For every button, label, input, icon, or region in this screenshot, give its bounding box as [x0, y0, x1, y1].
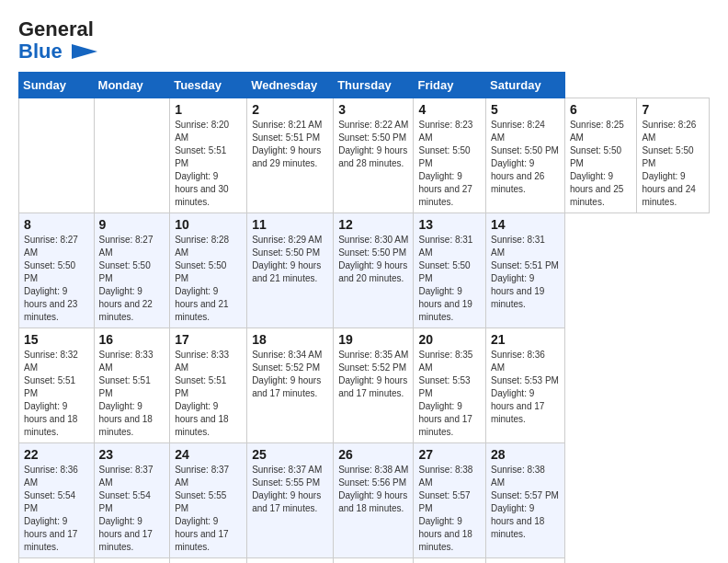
day-info: Sunrise: 8:23 AMSunset: 5:50 PMDaylight:…	[418, 119, 481, 209]
day-info: Sunrise: 8:20 AMSunset: 5:51 PMDaylight:…	[175, 119, 242, 209]
day-number: 26	[338, 447, 408, 462]
day-info: Sunrise: 8:22 AMSunset: 5:50 PMDaylight:…	[338, 119, 408, 170]
calendar-week-row: 15Sunrise: 8:32 AMSunset: 5:51 PMDayligh…	[19, 328, 710, 443]
page-header: General Blue	[18, 18, 710, 63]
day-info: Sunrise: 8:37 AMSunset: 5:55 PMDaylight:…	[175, 464, 242, 554]
day-number: 1	[175, 102, 242, 117]
logo-text: General Blue	[18, 18, 97, 63]
weekday-header: Saturday	[486, 73, 565, 98]
day-number: 15	[24, 332, 89, 347]
day-number: 24	[175, 447, 242, 462]
calendar-cell: 30Sunrise: 8:39 AMSunset: 5:59 PMDayligh…	[94, 558, 170, 563]
day-number: 5	[491, 102, 560, 117]
logo-blue: Blue	[18, 40, 63, 63]
calendar-cell: 26Sunrise: 8:38 AMSunset: 5:56 PMDayligh…	[334, 443, 414, 558]
calendar-cell: 18Sunrise: 8:34 AMSunset: 5:52 PMDayligh…	[247, 328, 334, 443]
calendar-cell: 31Sunrise: 8:39 AMSunset: 6:00 PMDayligh…	[170, 558, 247, 563]
calendar-week-row: 29Sunrise: 8:39 AMSunset: 5:58 PMDayligh…	[19, 558, 710, 563]
day-info: Sunrise: 8:32 AMSunset: 5:51 PMDaylight:…	[24, 349, 89, 439]
day-number: 10	[175, 217, 242, 232]
calendar-cell: 27Sunrise: 8:38 AMSunset: 5:57 PMDayligh…	[414, 443, 486, 558]
calendar-cell: 7Sunrise: 8:26 AMSunset: 5:50 PMDaylight…	[637, 98, 710, 213]
day-info: Sunrise: 8:37 AMSunset: 5:54 PMDaylight:…	[99, 464, 165, 554]
weekday-header: Wednesday	[247, 73, 334, 98]
logo: General Blue	[18, 18, 97, 63]
calendar-cell: 3Sunrise: 8:22 AMSunset: 5:50 PMDaylight…	[334, 98, 414, 213]
day-info: Sunrise: 8:33 AMSunset: 5:51 PMDaylight:…	[99, 349, 165, 439]
calendar-cell: 4Sunrise: 8:23 AMSunset: 5:50 PMDaylight…	[414, 98, 486, 213]
day-number: 14	[491, 217, 560, 232]
calendar-cell	[247, 558, 334, 563]
calendar-cell: 20Sunrise: 8:35 AMSunset: 5:53 PMDayligh…	[414, 328, 486, 443]
day-info: Sunrise: 8:29 AMSunset: 5:50 PMDaylight:…	[252, 234, 328, 285]
calendar-cell: 25Sunrise: 8:37 AMSunset: 5:55 PMDayligh…	[247, 443, 334, 558]
day-number: 28	[491, 447, 560, 462]
day-number: 11	[252, 217, 328, 232]
day-number: 25	[252, 447, 328, 462]
day-info: Sunrise: 8:35 AMSunset: 5:52 PMDaylight:…	[338, 349, 408, 400]
day-info: Sunrise: 8:31 AMSunset: 5:50 PMDaylight:…	[418, 234, 481, 324]
weekday-header: Tuesday	[170, 73, 247, 98]
calendar-cell: 14Sunrise: 8:31 AMSunset: 5:51 PMDayligh…	[486, 213, 565, 328]
calendar-cell: 15Sunrise: 8:32 AMSunset: 5:51 PMDayligh…	[19, 328, 95, 443]
day-info: Sunrise: 8:35 AMSunset: 5:53 PMDaylight:…	[418, 349, 481, 439]
calendar-week-row: 1Sunrise: 8:20 AMSunset: 5:51 PMDaylight…	[19, 98, 710, 213]
calendar-cell: 10Sunrise: 8:28 AMSunset: 5:50 PMDayligh…	[170, 213, 247, 328]
day-number: 23	[99, 447, 165, 462]
day-info: Sunrise: 8:36 AMSunset: 5:53 PMDaylight:…	[491, 349, 560, 426]
calendar-cell	[334, 558, 414, 563]
day-info: Sunrise: 8:38 AMSunset: 5:57 PMDaylight:…	[418, 464, 481, 554]
weekday-header: Sunday	[19, 73, 95, 98]
day-info: Sunrise: 8:25 AMSunset: 5:50 PMDaylight:…	[570, 119, 632, 209]
calendar-cell: 24Sunrise: 8:37 AMSunset: 5:55 PMDayligh…	[170, 443, 247, 558]
day-info: Sunrise: 8:33 AMSunset: 5:51 PMDaylight:…	[175, 349, 242, 439]
day-info: Sunrise: 8:24 AMSunset: 5:50 PMDaylight:…	[491, 119, 560, 196]
calendar-cell: 22Sunrise: 8:36 AMSunset: 5:54 PMDayligh…	[19, 443, 95, 558]
day-number: 21	[491, 332, 560, 347]
logo-flag-icon	[72, 44, 97, 59]
day-number: 17	[175, 332, 242, 347]
calendar-cell: 11Sunrise: 8:29 AMSunset: 5:50 PMDayligh…	[247, 213, 334, 328]
calendar-cell: 9Sunrise: 8:27 AMSunset: 5:50 PMDaylight…	[94, 213, 170, 328]
day-info: Sunrise: 8:36 AMSunset: 5:54 PMDaylight:…	[24, 464, 89, 554]
day-number: 12	[338, 217, 408, 232]
day-number: 18	[252, 332, 328, 347]
day-number: 16	[99, 332, 165, 347]
weekday-header: Friday	[414, 73, 486, 98]
calendar-cell: 2Sunrise: 8:21 AMSunset: 5:51 PMDaylight…	[247, 98, 334, 213]
calendar-cell: 13Sunrise: 8:31 AMSunset: 5:50 PMDayligh…	[414, 213, 486, 328]
day-info: Sunrise: 8:28 AMSunset: 5:50 PMDaylight:…	[175, 234, 242, 324]
day-number: 6	[570, 102, 632, 117]
day-info: Sunrise: 8:27 AMSunset: 5:50 PMDaylight:…	[99, 234, 165, 324]
day-number: 3	[338, 102, 408, 117]
day-number: 19	[338, 332, 408, 347]
day-number: 9	[99, 217, 165, 232]
calendar-cell: 6Sunrise: 8:25 AMSunset: 5:50 PMDaylight…	[564, 98, 637, 213]
day-number: 8	[24, 217, 89, 232]
logo-general: General	[18, 17, 94, 40]
day-info: Sunrise: 8:21 AMSunset: 5:51 PMDaylight:…	[252, 119, 328, 170]
day-number: 13	[418, 217, 481, 232]
day-number: 4	[418, 102, 481, 117]
weekday-header: Thursday	[334, 73, 414, 98]
day-number: 2	[252, 102, 328, 117]
calendar-cell: 23Sunrise: 8:37 AMSunset: 5:54 PMDayligh…	[94, 443, 170, 558]
calendar-cell: 17Sunrise: 8:33 AMSunset: 5:51 PMDayligh…	[170, 328, 247, 443]
day-info: Sunrise: 8:27 AMSunset: 5:50 PMDaylight:…	[24, 234, 89, 324]
calendar-cell	[19, 98, 95, 213]
day-info: Sunrise: 8:37 AMSunset: 5:55 PMDaylight:…	[252, 464, 328, 515]
day-number: 7	[642, 102, 704, 117]
day-info: Sunrise: 8:38 AMSunset: 5:56 PMDaylight:…	[338, 464, 408, 515]
calendar-cell: 5Sunrise: 8:24 AMSunset: 5:50 PMDaylight…	[486, 98, 565, 213]
calendar-header: SundayMondayTuesdayWednesdayThursdayFrid…	[19, 73, 710, 98]
calendar-body: 1Sunrise: 8:20 AMSunset: 5:51 PMDaylight…	[19, 98, 710, 563]
svg-marker-0	[72, 44, 97, 59]
calendar-cell: 21Sunrise: 8:36 AMSunset: 5:53 PMDayligh…	[486, 328, 565, 443]
calendar-cell: 12Sunrise: 8:30 AMSunset: 5:50 PMDayligh…	[334, 213, 414, 328]
calendar-cell: 8Sunrise: 8:27 AMSunset: 5:50 PMDaylight…	[19, 213, 95, 328]
day-info: Sunrise: 8:38 AMSunset: 5:57 PMDaylight:…	[491, 464, 560, 541]
calendar-cell: 19Sunrise: 8:35 AMSunset: 5:52 PMDayligh…	[334, 328, 414, 443]
day-number: 27	[418, 447, 481, 462]
calendar-cell: 28Sunrise: 8:38 AMSunset: 5:57 PMDayligh…	[486, 443, 565, 558]
calendar-cell	[94, 98, 170, 213]
